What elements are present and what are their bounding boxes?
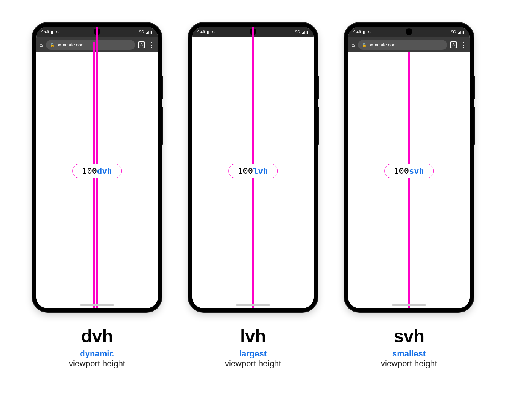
side-button [162,76,163,99]
caption-subtitle-accent: smallest [381,349,437,359]
signal-icon: ◢ [458,30,461,34]
caption-subtitle: viewport height [225,359,281,369]
caption-subtitle: viewport height [69,359,125,369]
refresh-icon: ↻ [56,30,59,34]
battery-icon: ▮ [462,30,465,34]
diagram-column: 9:40▮↻5G◢▮100lvhlvhlargestviewport heigh… [183,23,323,369]
status-time: 9:40 [41,30,49,34]
browser-address-bar: ⌂🔒somesite.com3⋮ [348,37,470,52]
diagram-column: 9:40▮↻5G◢▮⌂🔒somesite.com3⋮100svhsvhsmall… [339,23,479,369]
badge-value: 100 [238,166,253,176]
badge-value: 100 [82,166,97,176]
side-button [162,107,163,145]
home-icon[interactable]: ⌂ [351,41,355,48]
signal-icon: ◢ [146,30,149,34]
status-bar: 9:40▮↻5G◢▮ [348,27,470,37]
badge-value: 100 [394,166,409,176]
gesture-nav-bar [80,304,114,306]
unit-badge: 100lvh [228,164,278,178]
caption-title: dvh [69,326,125,347]
overflow-menu-icon[interactable]: ⋮ [148,41,155,48]
tabs-button[interactable]: 3 [450,41,457,48]
tabs-button[interactable]: 3 [138,41,145,48]
url-text: somesite.com [57,42,85,48]
gesture-nav-bar [236,304,270,306]
status-network: 5G [139,30,144,34]
battery-icon: ▮ [306,30,309,34]
badge-unit: lvh [253,166,268,176]
sdcard-icon: ▮ [51,30,53,34]
unit-badge: 100dvh [72,164,122,178]
unit-badge: 100svh [384,164,434,178]
url-text: somesite.com [369,42,397,48]
tab-count: 3 [452,43,455,47]
page-viewport: 100svh [348,52,470,308]
tab-count: 3 [140,43,143,47]
sdcard-icon: ▮ [363,30,365,34]
sdcard-icon: ▮ [207,30,209,34]
caption-title: svh [381,326,437,347]
caption-subtitle-accent: largest [225,349,281,359]
caption: dvhdynamicviewport height [69,326,125,369]
caption: lvhlargestviewport height [225,326,281,369]
side-button [318,76,319,99]
status-network: 5G [295,30,300,34]
refresh-icon: ↻ [212,30,215,34]
page-viewport: 100dvh [36,52,158,308]
phone-screen: 9:40▮↻5G◢▮100lvh [192,27,314,308]
diagram-column: 9:40▮↻5G◢▮⌂🔒somesite.com3⋮100dvhdvhdynam… [27,23,167,369]
page-viewport: 100lvh [192,37,314,308]
side-button [474,76,475,99]
caption-subtitle-accent: dynamic [69,349,125,359]
url-field[interactable]: 🔒somesite.com [358,40,447,50]
front-camera [406,28,412,35]
overflow-menu-icon[interactable]: ⋮ [460,41,467,48]
home-icon[interactable]: ⌂ [39,41,43,48]
phone-frame: 9:40▮↻5G◢▮100lvh [188,23,318,312]
side-button [474,107,475,145]
badge-unit: svh [409,166,424,176]
battery-icon: ▮ [150,30,153,34]
side-button [318,107,319,145]
diagram-stage: 9:40▮↻5G◢▮⌂🔒somesite.com3⋮100dvhdvhdynam… [27,23,479,369]
status-network: 5G [451,30,456,34]
phone-screen: 9:40▮↻5G◢▮⌂🔒somesite.com3⋮100svh [348,27,470,308]
gesture-nav-bar [392,304,426,306]
height-indicator-line [408,52,410,308]
phone-frame: 9:40▮↻5G◢▮⌂🔒somesite.com3⋮100svh [344,23,474,312]
lock-icon: 🔒 [50,43,54,47]
caption: svhsmallestviewport height [381,326,437,369]
caption-title: lvh [225,326,281,347]
status-time: 9:40 [197,30,205,34]
badge-unit: dvh [97,166,112,176]
caption-subtitle: viewport height [381,359,437,369]
phone-frame: 9:40▮↻5G◢▮⌂🔒somesite.com3⋮100dvh [32,23,162,312]
refresh-icon: ↻ [368,30,371,34]
phone-screen: 9:40▮↻5G◢▮⌂🔒somesite.com3⋮100dvh [36,27,158,308]
status-time: 9:40 [353,30,361,34]
signal-icon: ◢ [302,30,305,34]
lock-icon: 🔒 [362,43,366,47]
url-field[interactable]: 🔒somesite.com [46,40,135,50]
